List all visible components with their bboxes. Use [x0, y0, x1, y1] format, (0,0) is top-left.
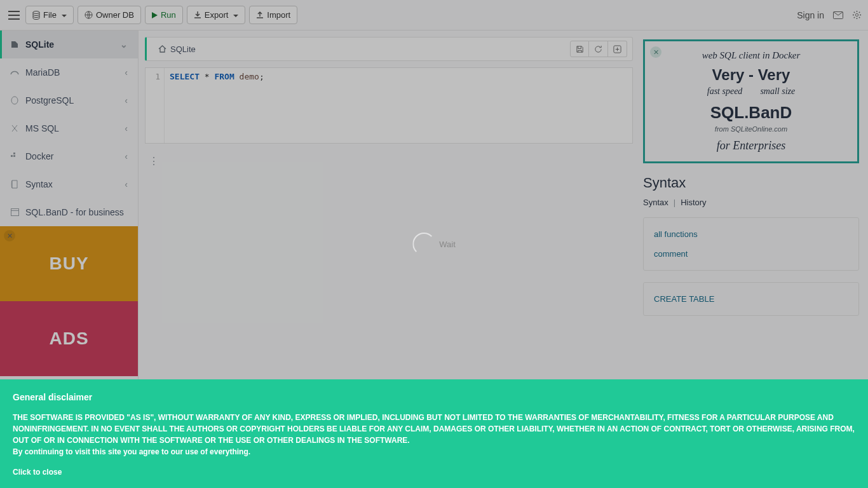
globe-icon — [85, 11, 93, 19]
window-icon — [10, 208, 19, 216]
sidebar-item-label: SQLite — [25, 39, 54, 50]
sqlite-icon — [10, 40, 19, 49]
sidebar-item-label: Docker — [25, 151, 53, 161]
promo-line-1: web SQL client in Docker — [651, 50, 851, 61]
owner-db-label: Owner DB — [96, 10, 134, 20]
mariadb-icon — [10, 69, 19, 76]
download-icon — [194, 11, 201, 19]
syntax-create-table[interactable]: CREATE TABLE — [643, 282, 859, 316]
docker-icon — [10, 152, 19, 160]
keyword-from: FROM — [214, 72, 234, 81]
close-icon[interactable]: ✕ — [4, 230, 15, 241]
promo-from: from SQLiteOnline.com — [651, 125, 851, 133]
ad-buy-label: BUY — [0, 226, 138, 301]
sidebar-item-syntax[interactable]: Syntax ‹ — [0, 170, 138, 198]
right-panel-title: Syntax — [643, 175, 859, 191]
svg-rect-6 — [13, 155, 15, 157]
disclaimer-close[interactable]: Click to close — [13, 466, 855, 478]
caret-down-icon — [231, 10, 238, 20]
result-menu-handle[interactable]: ⋮ — [149, 155, 159, 167]
sidebar-item-postgresql[interactable]: PostgreSQL ‹ — [0, 86, 138, 114]
editor-tab-sqlite[interactable]: SQLite — [152, 37, 202, 60]
chevron-left-icon: ‹ — [125, 123, 128, 133]
save-icon — [576, 45, 584, 53]
sidebar-item-mariadb[interactable]: MariaDB ‹ — [0, 58, 138, 86]
export-menu-button[interactable]: Export — [187, 6, 246, 24]
sidebar-item-sqlband[interactable]: SQL.BanD - for business — [0, 198, 138, 226]
chevron-left-icon: ‹ — [125, 95, 128, 105]
plus-box-icon — [613, 45, 621, 53]
pipe-separator: | — [674, 198, 675, 207]
editor-gutter: 1 — [146, 68, 165, 143]
chevron-left-icon: ‹ — [125, 179, 128, 189]
promo-line-2: Very - Very — [651, 66, 851, 84]
refresh-icon — [594, 45, 602, 53]
promo-small: small size — [760, 86, 795, 97]
file-menu-button[interactable]: File — [25, 6, 74, 24]
hamburger-menu-icon[interactable] — [6, 8, 22, 23]
disclaimer-body: THE SOFTWARE IS PROVIDED "AS IS", WITHOU… — [13, 412, 855, 446]
caret-down-icon — [60, 10, 67, 20]
svg-point-0 — [33, 11, 39, 13]
mssql-icon — [10, 124, 19, 133]
editor-code-area[interactable]: SELECT * FROM demo; — [165, 68, 269, 143]
editor-tab-label: SQLite — [170, 44, 196, 54]
svg-point-3 — [855, 13, 858, 16]
sidebar-item-label: MS SQL — [25, 123, 59, 133]
disclaimer-agree: By continuing to visit this site you agr… — [13, 446, 855, 458]
ad-ads-label: ADS — [0, 301, 138, 376]
sidebar-item-label: Syntax — [25, 179, 53, 189]
keyword-select: SELECT — [170, 72, 200, 81]
save-tab-button[interactable] — [570, 41, 589, 57]
table-name: demo — [240, 72, 259, 81]
sidebar-item-docker[interactable]: Docker ‹ — [0, 142, 138, 170]
import-button[interactable]: Import — [249, 6, 297, 24]
export-label: Export — [205, 10, 229, 20]
semicolon: ; — [259, 72, 264, 81]
star-operator: * — [205, 72, 210, 81]
sidebar-item-sqlite[interactable]: SQLite ⌄ — [0, 30, 138, 58]
promo-box[interactable]: ✕ web SQL client in Docker Very - Very f… — [643, 39, 859, 163]
syntax-link-comment[interactable]: comment — [654, 249, 848, 259]
promo-enterprises: for Enterprises — [651, 139, 851, 152]
right-tab-history[interactable]: History — [681, 198, 706, 207]
database-stack-icon — [32, 11, 40, 20]
gear-icon[interactable] — [852, 10, 862, 20]
disclaimer-title: General disclaimer — [13, 391, 855, 404]
chevron-left-icon: ‹ — [125, 151, 128, 161]
owner-db-button[interactable]: Owner DB — [78, 6, 141, 24]
promo-brand: SQL.BanD — [651, 103, 851, 123]
topbar: File Owner DB Run Export Import — [0, 0, 868, 30]
book-icon — [10, 180, 19, 189]
import-label: Import — [267, 10, 290, 20]
close-icon[interactable]: ✕ — [650, 46, 661, 58]
sidebar-item-label: MariaDB — [25, 67, 60, 78]
disclaimer-banner[interactable]: General disclaimer THE SOFTWARE IS PROVI… — [0, 379, 868, 488]
syntax-link-all-functions[interactable]: all functions — [654, 229, 848, 239]
sql-editor[interactable]: 1 SELECT * FROM demo; — [145, 67, 633, 144]
run-label: Run — [161, 10, 176, 20]
refresh-tab-button[interactable] — [589, 41, 608, 57]
svg-rect-5 — [11, 155, 13, 157]
sidebar-item-label: PostgreSQL — [25, 95, 74, 105]
sign-in-link[interactable]: Sign in — [797, 10, 824, 20]
sidebar-item-label: SQL.BanD - for business — [25, 207, 124, 217]
promo-fast: fast speed — [707, 86, 743, 97]
ad-ads-block[interactable]: ADS — [0, 301, 138, 376]
file-label: File — [43, 10, 57, 20]
loading-indicator: Wait — [412, 233, 456, 255]
play-icon — [152, 12, 158, 18]
postgresql-icon — [10, 96, 19, 105]
loading-text: Wait — [439, 240, 456, 249]
syntax-links-box: all functions comment — [643, 217, 859, 271]
right-tab-syntax[interactable]: Syntax — [643, 198, 668, 207]
chevron-left-icon: ‹ — [125, 67, 128, 78]
mail-icon[interactable] — [833, 11, 843, 19]
run-button[interactable]: Run — [145, 6, 183, 24]
add-tab-button[interactable] — [608, 41, 627, 57]
svg-point-4 — [11, 97, 18, 104]
svg-rect-8 — [11, 209, 18, 216]
ad-buy-block[interactable]: ✕ BUY — [0, 226, 138, 301]
sidebar-item-mssql[interactable]: MS SQL ‹ — [0, 114, 138, 142]
svg-rect-7 — [13, 152, 15, 154]
